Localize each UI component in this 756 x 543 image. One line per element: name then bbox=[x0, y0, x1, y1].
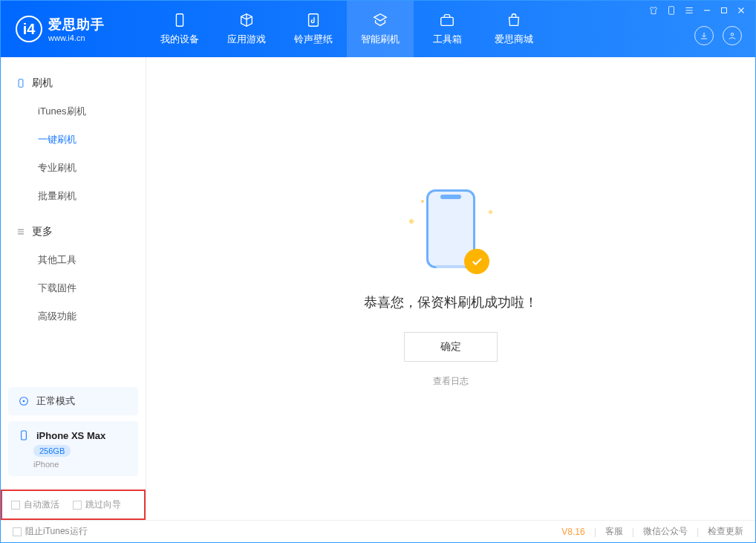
music-icon bbox=[305, 12, 322, 28]
logo-text: 爱思助手 www.i4.cn bbox=[48, 16, 105, 42]
check-badge-icon bbox=[464, 249, 489, 274]
device-icon bbox=[17, 429, 30, 442]
footer-link-support[interactable]: 客服 bbox=[605, 525, 623, 538]
device-cards: 正常模式 iPhone XS Max 256GB iPhone bbox=[1, 380, 146, 490]
nav-label: 铃声壁纸 bbox=[294, 33, 333, 46]
footer-right: V8.16 | 客服 | 微信公众号 | 检查更新 bbox=[561, 525, 743, 538]
footer: 阻止iTunes运行 V8.16 | 客服 | 微信公众号 | 检查更新 bbox=[1, 520, 755, 542]
sparkle-icon bbox=[408, 218, 414, 224]
sidebar: 刷机 iTunes刷机 一键刷机 专业刷机 批量刷机 更多 其他工具 下载固件 … bbox=[1, 57, 146, 520]
phone-icon bbox=[16, 78, 26, 88]
sidebar-section-more: 更多 其他工具 下载固件 高级功能 bbox=[1, 218, 146, 331]
sidebar-title: 更多 bbox=[32, 225, 53, 238]
checkbox-block-itunes[interactable]: 阻止iTunes运行 bbox=[13, 525, 88, 538]
nav-my-device[interactable]: 我的设备 bbox=[146, 1, 213, 57]
svg-rect-2 bbox=[441, 17, 454, 25]
nav-label: 工具箱 bbox=[433, 33, 462, 46]
refresh-icon bbox=[372, 12, 388, 28]
footer-link-update[interactable]: 检查更新 bbox=[708, 525, 743, 538]
bag-icon bbox=[506, 12, 522, 28]
device-name: iPhone XS Max bbox=[36, 430, 105, 441]
nav-ringtones[interactable]: 铃声壁纸 bbox=[280, 1, 347, 57]
nav-store[interactable]: 爱思商城 bbox=[480, 1, 547, 57]
checkbox-label: 自动激活 bbox=[24, 498, 59, 511]
mode-card[interactable]: 正常模式 bbox=[8, 387, 138, 415]
sidebar-item-pro-flash[interactable]: 专业刷机 bbox=[1, 154, 146, 182]
view-log-link[interactable]: 查看日志 bbox=[433, 375, 469, 388]
nav-smart-flash[interactable]: 智能刷机 bbox=[347, 1, 414, 57]
ok-button[interactable]: 确定 bbox=[404, 332, 498, 362]
mode-icon bbox=[17, 394, 30, 408]
checkbox-icon bbox=[73, 501, 82, 510]
nav-apps-games[interactable]: 应用游戏 bbox=[213, 1, 280, 57]
window-controls bbox=[648, 5, 746, 18]
sidebar-item-download-firmware[interactable]: 下载固件 bbox=[1, 274, 146, 302]
nav-label: 智能刷机 bbox=[361, 33, 400, 46]
checkbox-label: 跳过向导 bbox=[85, 498, 121, 511]
checkbox-icon bbox=[11, 501, 20, 510]
sparkle-icon bbox=[488, 209, 493, 215]
body: 刷机 iTunes刷机 一键刷机 专业刷机 批量刷机 更多 其他工具 下载固件 … bbox=[1, 57, 755, 520]
footer-link-wechat[interactable]: 微信公众号 bbox=[643, 525, 688, 538]
nav-label: 应用游戏 bbox=[227, 33, 266, 46]
cube-icon bbox=[238, 12, 255, 28]
svg-point-8 bbox=[23, 400, 25, 403]
menu-icon[interactable] bbox=[684, 5, 694, 18]
device-card[interactable]: iPhone XS Max 256GB iPhone bbox=[8, 421, 138, 476]
nav-toolbox[interactable]: 工具箱 bbox=[414, 1, 480, 57]
lock-icon[interactable] bbox=[666, 5, 677, 18]
sparkle-icon bbox=[421, 200, 424, 203]
svg-point-5 bbox=[731, 33, 734, 36]
storage-badge: 256GB bbox=[33, 445, 71, 457]
sidebar-item-advanced[interactable]: 高级功能 bbox=[1, 302, 146, 331]
success-message: 恭喜您，保资料刷机成功啦！ bbox=[364, 293, 538, 311]
shirt-icon[interactable] bbox=[648, 5, 659, 18]
svg-rect-9 bbox=[22, 431, 27, 440]
top-nav: 我的设备 应用游戏 铃声壁纸 智能刷机 工具箱 爱思商城 bbox=[146, 1, 547, 57]
version-label: V8.16 bbox=[561, 527, 584, 537]
user-area bbox=[694, 26, 742, 45]
logo-area: i4 爱思助手 www.i4.cn bbox=[1, 16, 146, 42]
sidebar-item-itunes-flash[interactable]: iTunes刷机 bbox=[1, 97, 146, 126]
sidebar-item-other-tools[interactable]: 其他工具 bbox=[1, 246, 146, 274]
success-illustration bbox=[399, 189, 503, 279]
checkbox-skip-guide[interactable]: 跳过向导 bbox=[73, 498, 121, 511]
device-sub: iPhone bbox=[33, 460, 59, 469]
main-content: 恭喜您，保资料刷机成功啦！ 确定 查看日志 bbox=[146, 57, 755, 520]
sidebar-item-oneclick-flash[interactable]: 一键刷机 bbox=[1, 126, 146, 154]
svg-rect-4 bbox=[722, 8, 727, 13]
user-button[interactable] bbox=[723, 26, 742, 45]
logo-icon: i4 bbox=[16, 16, 42, 42]
nav-label: 爱思商城 bbox=[495, 33, 533, 46]
close-button[interactable] bbox=[736, 5, 746, 18]
svg-rect-0 bbox=[176, 14, 183, 27]
header: i4 爱思助手 www.i4.cn 我的设备 应用游戏 铃声壁纸 智能刷机 工具… bbox=[1, 1, 755, 57]
minimize-button[interactable] bbox=[702, 5, 712, 18]
svg-rect-6 bbox=[19, 79, 23, 88]
svg-rect-1 bbox=[309, 14, 319, 27]
checkbox-icon bbox=[13, 527, 22, 536]
sidebar-header-flash: 刷机 bbox=[1, 69, 146, 97]
checkbox-auto-activate[interactable]: 自动激活 bbox=[11, 498, 59, 511]
mode-label: 正常模式 bbox=[36, 394, 75, 408]
sidebar-title: 刷机 bbox=[32, 77, 53, 90]
maximize-button[interactable] bbox=[720, 6, 729, 17]
brand-url: www.i4.cn bbox=[48, 33, 105, 42]
sidebar-header-more: 更多 bbox=[1, 218, 146, 246]
sidebar-item-batch-flash[interactable]: 批量刷机 bbox=[1, 182, 146, 210]
device-icon bbox=[172, 12, 188, 28]
sidebar-section-flash: 刷机 iTunes刷机 一键刷机 专业刷机 批量刷机 bbox=[1, 69, 146, 210]
brand-name: 爱思助手 bbox=[48, 16, 105, 33]
toolbox-icon bbox=[439, 12, 455, 28]
svg-rect-3 bbox=[669, 7, 674, 15]
nav-label: 我的设备 bbox=[160, 33, 199, 46]
download-button[interactable] bbox=[694, 26, 714, 45]
options-row: 自动激活 跳过向导 bbox=[1, 490, 146, 520]
list-icon bbox=[16, 227, 26, 237]
header-right bbox=[648, 1, 746, 57]
checkbox-label: 阻止iTunes运行 bbox=[25, 525, 88, 538]
